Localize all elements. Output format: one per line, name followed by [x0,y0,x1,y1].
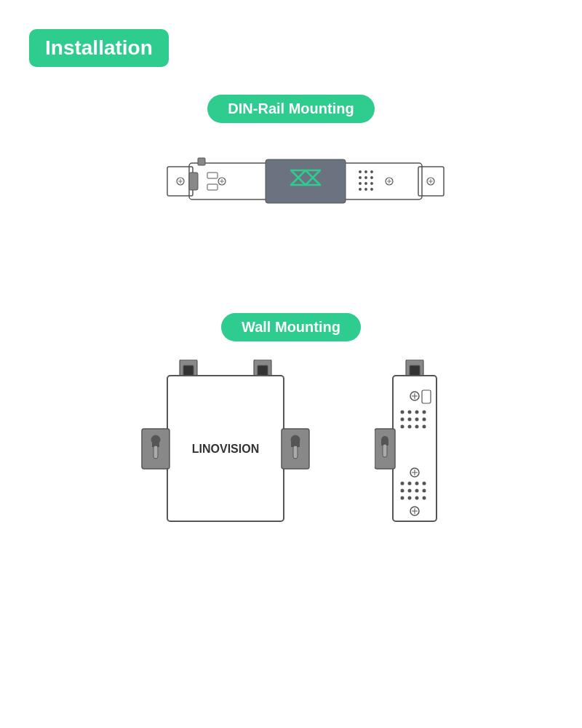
svg-point-24 [359,176,362,179]
svg-point-66 [423,418,426,422]
svg-point-68 [408,425,412,429]
svg-rect-54 [383,444,387,457]
installation-title: Installation [45,36,153,59]
svg-rect-42 [154,446,158,459]
svg-point-59 [401,411,404,414]
svg-point-22 [364,170,367,173]
svg-point-61 [415,411,419,414]
svg-rect-17 [207,184,218,190]
svg-point-84 [415,496,419,500]
svg-rect-46 [293,446,298,459]
svg-point-31 [364,188,367,191]
svg-rect-9 [266,159,346,203]
wall-devices-container: LINOVISION [120,360,462,639]
installation-badge: Installation [29,29,169,67]
svg-point-70 [423,425,426,429]
svg-point-79 [408,489,412,493]
wall-mounting-section: Wall Mounting [0,313,582,639]
svg-point-74 [401,482,404,486]
svg-point-76 [415,482,419,486]
svg-point-80 [415,489,419,493]
svg-point-65 [415,418,419,422]
din-rail-label: DIN-Rail Mounting [228,100,354,116]
din-rail-pill: DIN-Rail Mounting [207,95,374,123]
svg-point-83 [408,496,412,500]
wall-device-front: LINOVISION [120,360,331,639]
svg-point-64 [408,418,412,422]
din-rail-section: DIN-Rail Mounting [0,95,582,210]
svg-rect-33 [198,158,205,165]
svg-point-25 [364,176,367,179]
svg-point-60 [408,411,412,414]
svg-rect-49 [410,365,420,376]
wall-device-side [375,360,462,639]
svg-text:LINOVISION: LINOVISION [192,443,259,455]
svg-point-69 [415,425,419,429]
svg-point-32 [370,188,373,191]
svg-point-82 [401,496,404,500]
svg-rect-37 [258,365,268,376]
svg-point-29 [370,182,373,185]
svg-rect-12 [189,173,198,190]
svg-point-21 [359,170,362,173]
svg-point-26 [370,176,373,179]
svg-point-63 [401,418,404,422]
svg-point-62 [423,411,426,414]
svg-point-81 [423,489,426,493]
svg-point-67 [401,425,404,429]
svg-point-77 [423,482,426,486]
svg-point-23 [370,170,373,173]
wall-mounting-pill: Wall Mounting [221,313,361,341]
svg-point-85 [423,496,426,500]
svg-point-75 [408,482,412,486]
wall-mounting-label: Wall Mounting [242,319,340,335]
svg-point-78 [401,489,404,493]
svg-point-27 [359,182,362,185]
svg-point-30 [359,188,362,191]
svg-point-28 [364,182,367,185]
svg-rect-35 [183,365,194,376]
svg-rect-16 [207,173,218,178]
din-rail-device-diagram [153,145,429,210]
